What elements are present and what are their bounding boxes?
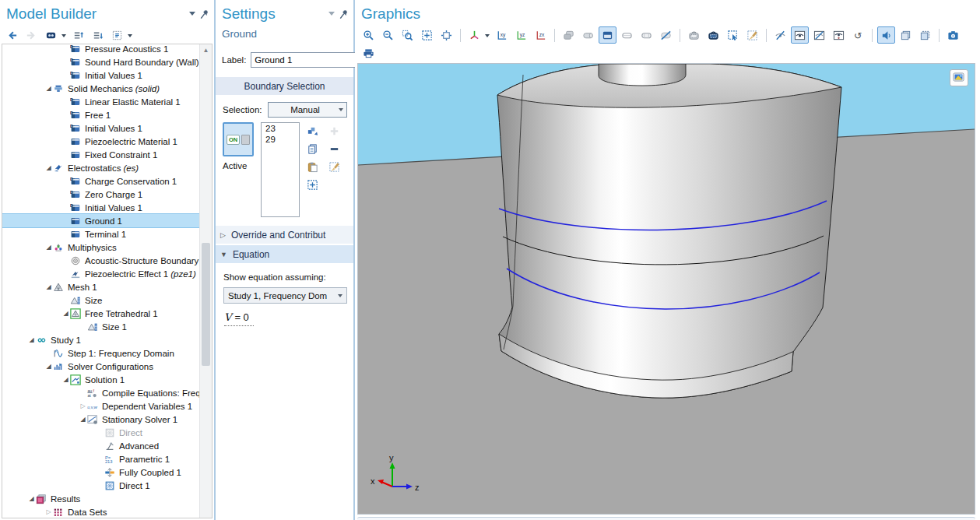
paste-icon[interactable] (304, 158, 321, 175)
tree-item-piezoelectric-effect-1[interactable]: Piezoelectric Effect 1(pze1) (2, 267, 199, 280)
expand-open-icon[interactable]: ◢ (27, 492, 36, 505)
select-box-icon[interactable] (685, 26, 703, 44)
transducer-body[interactable] (497, 64, 841, 398)
add-icon[interactable] (325, 122, 343, 139)
selection-list-item[interactable]: 23 (262, 123, 299, 134)
tree-item-initial-values-1[interactable]: DInitial Values 1 (2, 69, 199, 82)
copy-icon[interactable] (304, 140, 321, 157)
tree-item-initial-values-1[interactable]: DInitial Values 1 (2, 121, 199, 135)
panel-menu-caret-icon[interactable] (189, 12, 195, 19)
appearance-icon[interactable] (599, 26, 616, 44)
tree-item-direct[interactable]: Direct (2, 426, 199, 439)
tree-item-sound-hard-boundary-wall[interactable]: DSound Hard Boundary (Wall) (2, 55, 199, 69)
goto-node-icon[interactable] (108, 26, 126, 44)
tree-item-ground-1[interactable]: Ground 1 (2, 214, 199, 227)
zoom-box-icon[interactable] (399, 26, 416, 44)
tree-item-size[interactable]: Size (2, 293, 199, 307)
tree-item-fully-coupled-1[interactable]: Fully Coupled 1 (2, 466, 199, 479)
tree-item-multiphysics[interactable]: ◢Multiphysics (2, 241, 199, 254)
tree-item-linear-elastic-material-1[interactable]: DLinear Elastic Material 1 (2, 95, 199, 108)
tree-item-charge-conservation-1[interactable]: DCharge Conservation 1 (2, 174, 199, 188)
3d-viewport[interactable]: y x z (357, 63, 975, 515)
pin-icon[interactable] (198, 9, 209, 19)
expand-open-icon[interactable]: ◢ (44, 280, 53, 293)
show-selected-icon[interactable] (830, 26, 848, 44)
comsol-view-button[interactable] (950, 69, 968, 86)
expand-open-icon[interactable]: ◢ (27, 333, 36, 346)
visual-off-icon[interactable] (657, 26, 675, 44)
pin-icon[interactable] (338, 9, 349, 19)
tree-item-electrostatics[interactable]: ◢Electrostatics(es) (2, 161, 199, 174)
active-toggle-button[interactable]: ON (223, 122, 254, 156)
print-icon[interactable] (360, 44, 378, 61)
default-view-icon[interactable] (465, 26, 483, 44)
tree-item-stationary-solver-1[interactable]: ◢Stationary Solver 1 (2, 413, 199, 426)
tree-item-pressure-acoustics-1[interactable]: DPressure Acoustics 1 (2, 44, 199, 55)
collapse-all-icon[interactable] (69, 26, 87, 44)
show-icon[interactable] (42, 26, 60, 44)
clear-selection-icon[interactable] (325, 158, 343, 175)
deselect-box-icon[interactable] (704, 26, 722, 44)
expand-closed-icon[interactable]: ▷ (79, 399, 87, 413)
tree-item-zero-charge-1[interactable]: DZero Charge 1 (2, 188, 199, 201)
hide-entities-icon[interactable] (771, 26, 789, 44)
tree-item-piezoelectric-material-1[interactable]: Piezoelectric Material 1 (2, 135, 199, 148)
tree-item-acoustic-structure-boundary[interactable]: Acoustic-Structure Boundary (2, 254, 199, 267)
tree-item-solution-1[interactable]: ◢Solution 1 (2, 373, 199, 386)
hide-selected-icon[interactable] (810, 26, 828, 44)
expand-open-icon[interactable]: ◢ (44, 82, 53, 95)
selection-list-item[interactable]: 29 (262, 134, 299, 145)
tree-item-free-tetrahedral-1[interactable]: ◢Free Tetrahedral 1 (2, 307, 199, 320)
sound-icon[interactable] (877, 26, 895, 44)
forward-icon[interactable] (23, 26, 40, 44)
select-entities-icon[interactable] (724, 26, 742, 44)
tree-item-free-1[interactable]: DFree 1 (2, 108, 199, 121)
selection-mode-dropdown[interactable]: Manual (268, 102, 347, 118)
tree-item-terminal-1[interactable]: Terminal 1 (2, 227, 199, 241)
wireframe-icon[interactable] (618, 26, 636, 44)
view-xy-icon[interactable]: xy (493, 26, 511, 44)
scene-light-icon[interactable] (560, 26, 578, 44)
zoom-to-selection-icon[interactable] (418, 26, 436, 44)
tree-item-initial-values-1[interactable]: DInitial Values 1 (2, 201, 199, 214)
expand-open-icon[interactable]: ◢ (61, 307, 70, 320)
boundary-selection-list[interactable]: 2329 (261, 122, 300, 217)
expand-open-icon[interactable]: ◢ (61, 373, 70, 386)
dropdown-caret-icon[interactable] (61, 34, 66, 40)
remove-icon[interactable] (325, 140, 343, 157)
zoom-to-selection-icon[interactable] (304, 176, 321, 193)
tree-item-parametric-1[interactable]: P=213Parametric 1 (2, 452, 199, 466)
snapshot-icon[interactable] (944, 26, 962, 44)
tree-item-study-1[interactable]: ◢Study 1 (2, 333, 199, 346)
expand-open-icon[interactable]: ◢ (44, 161, 53, 174)
tree-scrollbar[interactable]: ▲ (199, 44, 212, 518)
tree-item-direct-1[interactable]: Direct 1 (2, 479, 199, 492)
paste-view-icon[interactable] (916, 26, 934, 44)
expand-open-icon[interactable]: ◢ (44, 241, 53, 254)
tree-item-data-sets[interactable]: ▷Data Sets (2, 505, 199, 518)
tree-item-compile-equations-frequ[interactable]: auatfCompile Equations: Frequ (2, 386, 199, 399)
equation-section-header[interactable]: ▼ Equation (216, 245, 353, 263)
expand-open-icon[interactable]: ◢ (44, 360, 53, 373)
tree-item-advanced[interactable]: Advanced (2, 439, 199, 452)
tree-item-solver-configurations[interactable]: ◢Solver Configurations (2, 360, 199, 373)
expand-open-icon[interactable]: ◢ (79, 413, 87, 426)
zoom-extents-icon[interactable] (437, 26, 455, 44)
override-section-header[interactable]: ▷ Override and Contribut (216, 226, 353, 244)
equation-study-dropdown[interactable]: Study 1, Frequency Dom (223, 287, 347, 304)
scrollbar-thumb[interactable] (202, 243, 210, 366)
zoom-in-icon[interactable] (360, 26, 378, 44)
view-zx-icon[interactable]: zx (532, 26, 550, 44)
tree-item-fixed-constraint-1[interactable]: Fixed Constraint 1 (2, 148, 199, 161)
tree-item-step-1-frequency-domain[interactable]: Step 1: Frequency Domain (2, 346, 199, 360)
create-selection-icon[interactable] (304, 122, 321, 139)
tree-item-solid-mechanics[interactable]: ◢Solid Mechanics(solid) (2, 82, 199, 95)
copy-view-icon[interactable] (897, 26, 915, 44)
scroll-up-icon[interactable]: ▲ (200, 44, 212, 56)
expand-all-icon[interactable] (89, 26, 107, 44)
reset-hiding-icon[interactable]: ↺ (849, 26, 867, 44)
dropdown-caret-icon[interactable] (485, 34, 490, 40)
view-yz-icon[interactable]: yz (512, 26, 530, 44)
back-icon[interactable] (3, 26, 21, 44)
dropdown-caret-icon[interactable] (128, 34, 132, 40)
